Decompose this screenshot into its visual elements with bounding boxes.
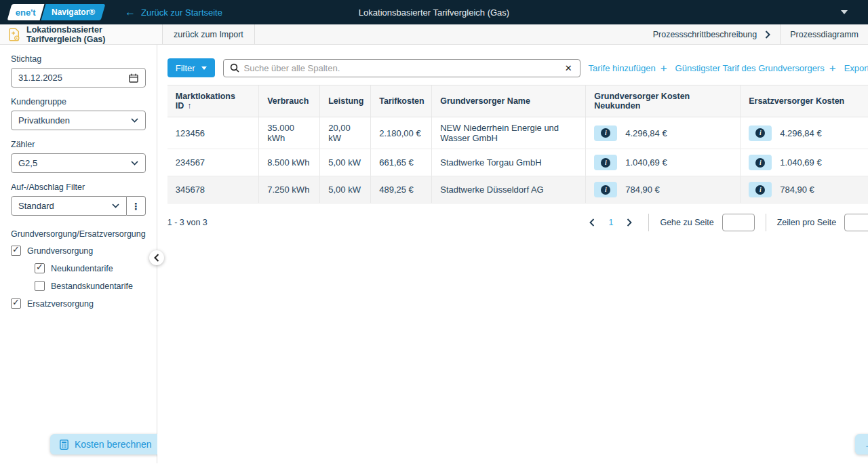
divider (648, 214, 649, 231)
calculate-costs-button[interactable]: Kosten berechnen (50, 434, 161, 455)
grundversorger-kosten-value: 784,90 € (625, 185, 660, 195)
abschlag-filter-control: Standard ⋮ (11, 196, 146, 216)
column-header-marktlokations-id[interactable]: Marktlokations ID↑ (167, 85, 259, 117)
goto-page-input[interactable] (722, 214, 755, 231)
plus-icon: + (660, 62, 667, 74)
column-header-grundversorger-name[interactable]: Grundversorger Name (432, 85, 586, 117)
abschlag-filter-select[interactable]: Standard (11, 196, 127, 216)
supply-checkbox-item[interactable]: Neukundentarife (35, 263, 146, 273)
info-icon: i (601, 158, 610, 168)
cell-grundversorger-kosten: i 784,90 € (586, 176, 741, 204)
table-body: 123456 35.000 kWh 20,00 kW 2.180,00 € NE… (167, 117, 868, 204)
search-input[interactable] (244, 63, 559, 73)
checkbox-label: Bestandskundentarife (51, 282, 133, 291)
supply-checkbox-item[interactable]: Grundversorgung (11, 246, 146, 256)
supply-checkbox-item[interactable]: Bestandskundentarife (35, 281, 146, 291)
info-icon-button[interactable]: i (594, 155, 617, 170)
column-label: Grundversorger Kosten Neukunden (594, 92, 690, 111)
ersatzversorger-kosten-value: 1.040,69 € (780, 157, 821, 168)
rows-per-page-select[interactable] (844, 214, 868, 231)
table-row[interactable]: 234567 8.500 kWh 5,00 kW 661,65 € Stadtw… (167, 149, 868, 176)
export-button[interactable]: Export (844, 63, 868, 73)
column-label: Marktlokations ID (176, 92, 235, 111)
cell-marktlokations-id: 345678 (167, 176, 259, 204)
sidebar-collapse-button[interactable] (149, 250, 164, 265)
next-step-button[interactable]: → (855, 434, 868, 455)
info-icon: i (755, 185, 765, 195)
back-to-start-link[interactable]: ← Zurück zur Startseite (125, 7, 222, 18)
process-diagram-link[interactable]: Prozessdiagramm (780, 24, 868, 44)
tabbar: Lokationsbasierter Tarifvergleich (Gas) … (0, 24, 868, 45)
column-header-grundversorger-kosten[interactable]: Grundversorger Kosten Neukunden (586, 85, 741, 117)
kebab-menu-icon[interactable]: ⋮ (127, 196, 146, 216)
brand-logo: ene't (7, 4, 45, 20)
zaehler-value: G2,5 (18, 158, 37, 168)
pagination-range: 1 - 3 von 3 (167, 218, 585, 227)
cell-tarifkosten: 2.180,00 € (371, 117, 432, 149)
page-number[interactable]: 1 (604, 218, 617, 227)
cell-verbrauch: 35.000 kWh (259, 117, 320, 149)
cell-marktlokations-id: 234567 (167, 149, 259, 176)
topbar: ene't Navigator® ← Zurück zur Startseite… (0, 0, 868, 24)
chevron-down-icon (201, 66, 207, 70)
main-panel: Filter ✕ Tarife hinzufügen + Günstigster… (157, 45, 868, 463)
info-icon-button[interactable]: i (594, 182, 617, 197)
cell-grundversorger-name: Stadtwerke Torgau GmbH (432, 149, 586, 176)
tab-tarifvergleich-active[interactable]: Lokationsbasierter Tarifvergleich (Gas) (0, 24, 163, 44)
filter-button-label: Filter (176, 63, 195, 73)
chevron-down-icon[interactable] (841, 10, 848, 14)
pagination-bar: 1 - 3 von 3 1 Gehe zu Seite Zeilen pro S… (167, 214, 868, 231)
info-icon: i (601, 185, 610, 195)
info-icon-button[interactable]: i (749, 125, 772, 141)
table-row[interactable]: 345678 7.250 kWh 5,00 kW 489,25 € Stadtw… (167, 176, 868, 204)
tab-zurueck-zum-import[interactable]: zurück zum Import (163, 24, 255, 44)
checkbox[interactable] (35, 263, 45, 273)
calendar-icon[interactable] (129, 73, 138, 83)
column-label: Tarifkosten (379, 96, 424, 106)
chevron-down-icon (112, 204, 119, 208)
cell-ersatzversorger-kosten: i 1.040,69 € (741, 149, 868, 176)
column-header-tarifkosten[interactable]: Tarifkosten (371, 85, 432, 117)
zaehler-select[interactable]: G2,5 (11, 153, 146, 173)
info-icon: i (755, 158, 765, 168)
next-page-icon[interactable] (621, 214, 637, 231)
cheapest-tariff-button[interactable]: Günstigster Tarif des Grundversorgers + (675, 62, 836, 74)
process-step-description-link[interactable]: Prozessschrittbeschreibung (644, 24, 781, 44)
cell-leistung: 5,00 kW (320, 149, 371, 176)
stichtag-date-input[interactable]: 31.12.2025 (11, 68, 146, 88)
table-row[interactable]: 123456 35.000 kWh 20,00 kW 2.180,00 € NE… (167, 117, 868, 149)
abschlag-filter-value: Standard (18, 201, 54, 211)
supply-checkbox-item[interactable]: Ersatzversorgung (11, 298, 146, 309)
cell-verbrauch: 7.250 kWh (259, 176, 320, 204)
add-tariffs-button[interactable]: Tarife hinzufügen + (589, 62, 667, 74)
checkbox[interactable] (11, 298, 21, 309)
zaehler-label: Zähler (11, 140, 146, 149)
cell-grundversorger-name: NEW Niederrhein Energie und Wasser GmbH (432, 117, 586, 149)
back-link-label: Zurück zur Startseite (141, 7, 222, 18)
column-header-verbrauch[interactable]: Verbrauch (259, 85, 320, 117)
info-icon-button[interactable]: i (749, 182, 772, 197)
export-label: Export (844, 63, 868, 73)
kundengruppe-select[interactable]: Privatkunden (11, 111, 146, 130)
checkbox[interactable] (11, 246, 21, 256)
grundversorger-kosten-value: 4.296,84 € (625, 128, 667, 138)
checkbox[interactable] (35, 281, 45, 291)
active-tab-label: Lokationsbasierter Tarifvergleich (Gas) (26, 25, 154, 44)
checkbox-label: Grundversorgung (27, 246, 93, 256)
table-header-row: Marktlokations ID↑ Verbrauch Leistung Ta… (167, 85, 868, 117)
tariff-comparison-table: Marktlokations ID↑ Verbrauch Leistung Ta… (167, 85, 868, 204)
cell-grundversorger-kosten: i 1.040,69 € (586, 149, 741, 176)
cheapest-tariff-label: Günstigster Tarif des Grundversorgers (675, 63, 825, 73)
column-header-ersatzversorger-kosten[interactable]: Ersatzversorger Kosten (741, 85, 868, 117)
column-header-leistung[interactable]: Leistung (320, 85, 371, 117)
info-icon-button[interactable]: i (594, 125, 617, 141)
checkbox-label: Ersatzversorgung (27, 299, 94, 309)
cell-tarifkosten: 661,65 € (371, 149, 432, 176)
info-icon-button[interactable]: i (749, 155, 772, 170)
process-step-label: Prozessschrittbeschreibung (653, 30, 757, 39)
previous-page-icon[interactable] (584, 214, 600, 231)
process-diagram-label: Prozessdiagramm (790, 30, 859, 39)
abschlag-filter-label: Auf-/Abschlag Filter (11, 182, 146, 192)
filter-button[interactable]: Filter (167, 58, 215, 77)
clear-search-icon[interactable]: ✕ (564, 63, 574, 73)
